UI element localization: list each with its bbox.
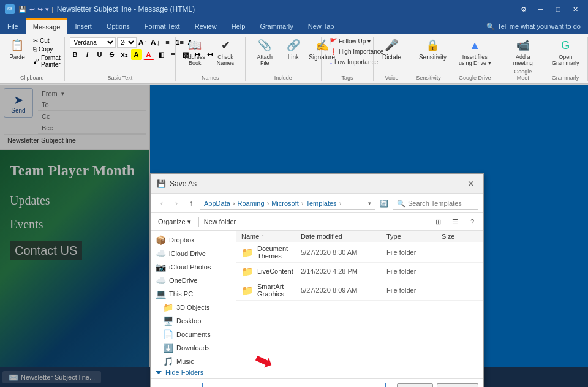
italic-button[interactable]: I: [82, 49, 93, 60]
open-grammarly-button[interactable]: G Open Grammarly: [548, 37, 583, 67]
quick-access-toolbar[interactable]: 💾 ↩ ↪ ▾ |: [18, 6, 53, 13]
align-left-button[interactable]: ◧: [156, 49, 167, 60]
tab-help[interactable]: Help: [224, 19, 253, 34]
add-meeting-button[interactable]: 📹 Add a meeting: [508, 37, 538, 67]
font-color-button[interactable]: A: [143, 49, 154, 60]
view-button[interactable]: ⊞: [432, 216, 444, 228]
settings-icon[interactable]: ⚙: [516, 3, 532, 15]
save-qat-btn[interactable]: 💾: [18, 6, 27, 13]
tab-grammarly[interactable]: Grammarly: [252, 19, 300, 34]
save-button[interactable]: Save: [397, 383, 433, 387]
organize-button[interactable]: Organize ▾: [156, 217, 194, 227]
sidebar-item-downloads[interactable]: ⬇️ Downloads: [151, 341, 236, 355]
tab-review[interactable]: Review: [187, 19, 224, 34]
hide-folders-button[interactable]: Hide Folders: [151, 366, 483, 378]
dictate-icon: 🎤: [384, 38, 399, 53]
desktop-icon: 🖥️: [163, 316, 173, 326]
cancel-button[interactable]: Cancel: [437, 383, 478, 387]
folder-icon-smartart: 📁: [241, 284, 254, 296]
file-list-header: Name ↑ Date modified Type Size: [236, 231, 483, 242]
sidebar-item-desktop[interactable]: 🖥️ Desktop: [151, 314, 236, 328]
help-button[interactable]: ?: [466, 216, 478, 228]
follow-up-button[interactable]: 🚩 Follow Up ▾: [326, 37, 374, 46]
header-date[interactable]: Date modified: [301, 233, 386, 240]
tab-file[interactable]: File: [0, 19, 26, 34]
low-importance-button[interactable]: ↓ Low Importance: [326, 58, 381, 67]
header-type[interactable]: Type: [386, 233, 442, 240]
breadcrumb-item-templates[interactable]: Templates: [306, 200, 336, 207]
nav-up-button[interactable]: ↑: [185, 197, 197, 209]
window-controls[interactable]: ⚙ ─ □ ✕: [516, 3, 583, 15]
customize-qat-btn[interactable]: ▾: [45, 6, 49, 13]
shrink-font-button[interactable]: A↓: [150, 37, 161, 48]
high-importance-icon: ❗: [330, 48, 337, 55]
copy-button[interactable]: ⎘ Copy: [31, 45, 62, 53]
underline-button[interactable]: U: [94, 49, 105, 60]
subscript-button[interactable]: x₂: [119, 49, 130, 60]
include-label: Include: [274, 75, 292, 81]
sidebar-item-this-pc[interactable]: 💻 This PC: [151, 287, 236, 301]
breadcrumb-item-microsoft[interactable]: Microsoft: [271, 200, 299, 207]
nav-refresh-button[interactable]: 🔄: [378, 197, 390, 209]
link-button[interactable]: 🔗 Link: [281, 37, 306, 62]
tab-options[interactable]: Options: [99, 19, 137, 34]
tab-new-tab[interactable]: New Tab: [301, 19, 342, 34]
font-family-select[interactable]: Verdana: [70, 37, 116, 48]
tab-format-text[interactable]: Format Text: [137, 19, 187, 34]
names-group: 📖 Address Book ✔ Check Names Names: [176, 37, 245, 81]
close-btn[interactable]: ✕: [567, 3, 583, 15]
follow-up-icon: 🚩: [330, 38, 337, 45]
filename-input[interactable]: [202, 383, 386, 387]
dictate-button[interactable]: 🎤 Dictate: [379, 37, 405, 62]
strikethrough-button[interactable]: S: [107, 49, 118, 60]
tab-message[interactable]: Message: [26, 18, 68, 34]
paste-button[interactable]: 📋 Paste: [5, 37, 29, 62]
sidebar-item-icloud-drive[interactable]: ☁️ iCloud Drive: [151, 247, 236, 260]
breadcrumb-item-roaming[interactable]: Roaming: [237, 200, 264, 207]
bold-button[interactable]: B: [70, 49, 81, 60]
file-row-smartart[interactable]: 📁 SmartArt Graphics 5/27/2020 8:09 AM Fi…: [236, 280, 483, 301]
dialog-close-button[interactable]: ✕: [465, 178, 477, 190]
view-details-button[interactable]: ☰: [449, 216, 461, 228]
check-names-icon: ✔: [218, 38, 233, 53]
highlight-button[interactable]: A: [131, 49, 142, 60]
font-size-select[interactable]: 24: [117, 37, 137, 48]
sidebar-item-music[interactable]: 🎵 Music: [151, 355, 236, 366]
new-folder-button[interactable]: New folder: [204, 218, 236, 225]
sidebar-item-dropbox[interactable]: 📦 Dropbox: [151, 233, 236, 247]
header-name[interactable]: Name ↑: [241, 233, 301, 240]
tell-what-to-do[interactable]: 🔍 Tell me what you want to do: [479, 23, 588, 31]
file-date-document-themes: 5/27/2020 8:30 AM: [301, 249, 386, 256]
address-book-button[interactable]: 📖 Address Book: [181, 37, 209, 67]
cut-button[interactable]: ✂ Cut: [31, 37, 62, 45]
file-row-live-content[interactable]: 📁 LiveContent 2/14/2020 4:28 PM File fol…: [236, 263, 483, 280]
sidebar-label-this-pc: This PC: [169, 290, 193, 298]
tab-insert[interactable]: Insert: [67, 19, 99, 34]
check-names-button[interactable]: ✔ Check Names: [211, 37, 240, 67]
file-panel: 📦 Dropbox ☁️ iCloud Drive 📷 iCloud Photo…: [151, 231, 483, 366]
undo-btn[interactable]: ↩: [29, 6, 35, 13]
sidebar-item-documents[interactable]: 📄 Documents: [151, 328, 236, 341]
sidebar-item-onedrive[interactable]: ☁️ OneDrive: [151, 274, 236, 287]
breadcrumb-dropdown-icon[interactable]: ▾: [368, 200, 371, 206]
redo-btn[interactable]: ↪: [37, 6, 43, 13]
header-size[interactable]: Size: [442, 233, 478, 240]
grow-font-button[interactable]: A↑: [138, 37, 149, 48]
folder-icon-live-content: 📁: [241, 265, 254, 277]
attach-file-button[interactable]: 📎 Attach File: [251, 37, 279, 67]
maximize-btn[interactable]: □: [550, 3, 566, 15]
bullets-button[interactable]: ≡: [162, 37, 173, 48]
nav-forward-button[interactable]: ›: [170, 197, 183, 209]
sidebar-item-3d-objects[interactable]: 📁 3D Objects: [151, 301, 236, 314]
sidebar-item-icloud-photos[interactable]: 📷 iCloud Photos: [151, 260, 236, 274]
search-input[interactable]: [408, 200, 474, 207]
minimize-btn[interactable]: ─: [533, 3, 549, 15]
nav-back-button[interactable]: ‹: [156, 197, 168, 209]
insert-files-drive-button[interactable]: ▲ Insert files using Drive ▾: [452, 37, 498, 67]
format-painter-button[interactable]: 🖌 Format Painter: [31, 54, 62, 69]
file-row-document-themes[interactable]: 📁 Document Themes 5/27/2020 8:30 AM File…: [236, 242, 483, 263]
breadcrumb-item-appdata[interactable]: AppData: [204, 200, 230, 207]
grammarly-icon: G: [558, 38, 573, 53]
google-meet-content: 📹 Add a meeting: [508, 37, 538, 67]
sensitivity-button[interactable]: 🔒 Sensitivity: [415, 37, 450, 62]
